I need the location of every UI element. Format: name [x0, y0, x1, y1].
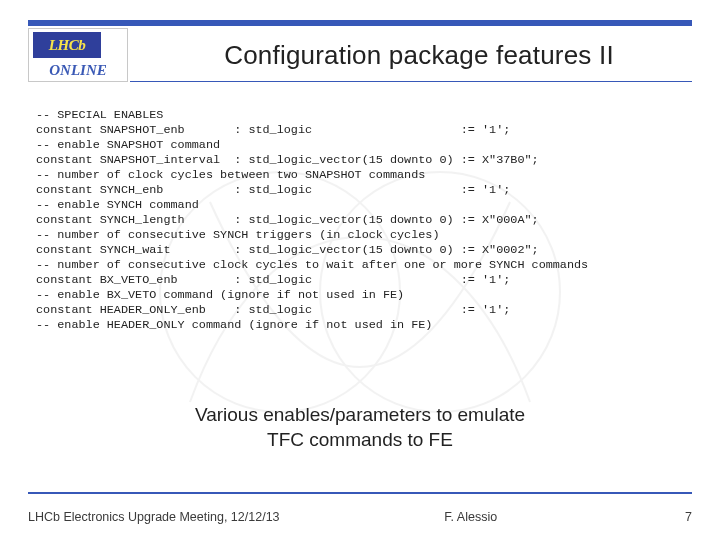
caption-line-1: Various enables/parameters to emulate — [0, 402, 720, 427]
page-number: 7 — [662, 510, 692, 524]
footer-left: LHCb Electronics Upgrade Meeting, 12/12/… — [28, 510, 280, 524]
footer: LHCb Electronics Upgrade Meeting, 12/12/… — [0, 510, 720, 524]
header: LHCb ONLINE Configuration package featur… — [0, 26, 720, 82]
caption-line-2: TFC commands to FE — [0, 427, 720, 452]
caption: Various enables/parameters to emulate TF… — [0, 402, 720, 452]
logo-text-top: LHCb — [33, 32, 101, 58]
code-block: -- SPECIAL ENABLES constant SNAPSHOT_enb… — [0, 82, 720, 333]
footer-author: F. Alessio — [444, 510, 497, 524]
page-title: Configuration package features II — [146, 40, 692, 71]
footer-rule — [28, 492, 692, 494]
logo-text-bottom: ONLINE — [29, 59, 127, 81]
lhcb-online-logo: LHCb ONLINE — [28, 28, 128, 82]
